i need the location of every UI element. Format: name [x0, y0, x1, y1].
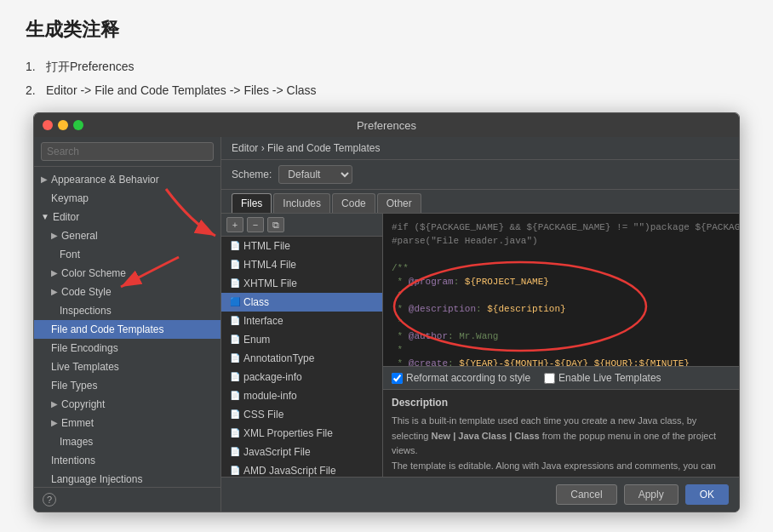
file-item-html4[interactable]: 📄 HTML4 File [221, 255, 382, 274]
step-2: Editor -> File and Code Templates -> Fil… [26, 83, 747, 97]
editor-desc-panel: #if (${PACKAGE_NAME} && ${PACKAGE_NAME} … [383, 214, 739, 477]
tab-other[interactable]: Other [377, 193, 421, 213]
file-item-amd-js[interactable]: 📄 AMD JavaScript File [221, 461, 382, 477]
close-button[interactable] [43, 120, 53, 130]
chevron-right-icon: ▶ [41, 172, 48, 187]
code-line-6: * [392, 289, 730, 302]
add-file-button[interactable]: + [226, 217, 243, 232]
java-class-icon: 🟦 [230, 295, 240, 310]
file-item-enum[interactable]: 📄 Enum [221, 330, 382, 349]
help-area: ? [34, 487, 220, 512]
live-templates-checkbox-label[interactable]: Enable Live Templates [544, 372, 661, 384]
reformat-checkbox-label[interactable]: Reformat according to style [392, 372, 530, 384]
sidebar-tree: ▶ Appearance & Behavior Keymap ▼ Editor … [34, 167, 220, 487]
tab-includes[interactable]: Includes [273, 193, 330, 213]
code-line-1: #if (${PACKAGE_NAME} && ${PACKAGE_NAME} … [392, 220, 730, 234]
file-icon: 📄 [230, 276, 240, 291]
dialog-body: ▶ Appearance & Behavior Keymap ▼ Editor … [34, 137, 739, 512]
live-templates-checkbox[interactable] [544, 373, 555, 384]
sidebar-item-live-templates[interactable]: Live Templates [34, 358, 220, 376]
file-item-interface[interactable]: 📄 Interface [221, 312, 382, 330]
file-item-package-info[interactable]: 📄 package-info [221, 368, 382, 386]
sidebar-item-editor[interactable]: ▼ Editor [34, 208, 220, 226]
description-title: Description [392, 397, 730, 409]
chevron-right-icon: ▶ [51, 415, 58, 431]
sidebar-item-copyright[interactable]: ▶ Copyright [34, 395, 220, 414]
step-1: 打开Preferences [26, 60, 747, 75]
ok-button[interactable]: OK [685, 484, 729, 505]
file-item-html[interactable]: 📄 HTML File [221, 237, 382, 255]
sidebar-item-file-code-templates[interactable]: File and Code Templates [34, 320, 220, 339]
reformat-row: Reformat according to style Enable Live … [383, 367, 739, 390]
page-title: 生成类注释 [26, 17, 747, 43]
content-split: + − ⧉ 📄 HTML File 📄 HTML4 File [221, 214, 739, 477]
cancel-button[interactable]: Cancel [556, 484, 616, 505]
sidebar-item-inspections[interactable]: Inspections [34, 301, 220, 320]
description-text: This is a built-in template used each ti… [392, 414, 730, 477]
file-item-xml-props[interactable]: 📄 XML Properties File [221, 424, 382, 443]
file-item-annotation[interactable]: 📄 AnnotationType [221, 349, 382, 368]
file-icon: 📄 [230, 257, 240, 272]
code-line-11: * @create: ${YEAR}-${MONTH}-${DAY} ${HOU… [392, 357, 730, 367]
sidebar-item-file-types[interactable]: File Types [34, 376, 220, 395]
tab-files[interactable]: Files [232, 193, 272, 213]
preferences-dialog: Preferences ▶ Appearance & Behavior Keym… [33, 112, 740, 512]
code-line-9: * @author: Mr.Wang [392, 329, 730, 343]
file-item-js[interactable]: 📄 JavaScript File [221, 443, 382, 461]
sidebar-item-intentions[interactable]: Intentions [34, 451, 220, 470]
scheme-row: Scheme: Default [221, 160, 739, 190]
copy-file-button[interactable]: ⧉ [267, 217, 284, 232]
file-icon: 📄 [230, 463, 240, 477]
file-item-xhtml[interactable]: 📄 XHTML File [221, 274, 382, 293]
sidebar-item-file-encodings[interactable]: File Encodings [34, 339, 220, 358]
sidebar-item-code-style[interactable]: ▶ Code Style [34, 283, 220, 301]
dialog-footer: Cancel Apply OK [221, 477, 739, 512]
sidebar-item-font[interactable]: Font [34, 245, 220, 264]
step-list: 打开Preferences Editor -> File and Code Te… [26, 60, 747, 97]
file-icon: 📄 [230, 351, 240, 366]
file-item-module-info[interactable]: 📄 module-info [221, 386, 382, 405]
apply-button[interactable]: Apply [624, 484, 679, 505]
code-line-2: #parse("File Header.java") [392, 234, 730, 248]
remove-file-button[interactable]: − [247, 217, 264, 232]
search-input[interactable] [41, 142, 214, 161]
chevron-right-icon: ▶ [51, 228, 58, 243]
maximize-button[interactable] [73, 120, 83, 130]
code-line-3 [392, 248, 730, 261]
minimize-button[interactable] [58, 120, 68, 130]
reformat-label: Reformat according to style [406, 372, 530, 384]
code-line-8: * [392, 316, 730, 329]
file-item-class[interactable]: 🟦 Class [221, 293, 382, 312]
file-icon: 📄 [230, 426, 240, 441]
scheme-select[interactable]: Default [278, 165, 352, 184]
breadcrumb-header: Editor › File and Code Templates [221, 137, 739, 160]
sidebar-item-appearance[interactable]: ▶ Appearance & Behavior [34, 170, 220, 189]
page-content: 生成类注释 打开Preferences Editor -> File and C… [0, 0, 773, 532]
traffic-lights [43, 120, 83, 130]
chevron-right-icon: ▶ [51, 266, 58, 281]
sidebar-item-color-scheme[interactable]: ▶ Color Scheme [34, 264, 220, 283]
main-area: Editor › File and Code Templates Scheme:… [221, 137, 739, 512]
file-item-css[interactable]: 📄 CSS File [221, 405, 382, 424]
file-icon: 📄 [230, 332, 240, 347]
scheme-label: Scheme: [232, 169, 272, 180]
sidebar: ▶ Appearance & Behavior Keymap ▼ Editor … [34, 137, 221, 512]
file-list-panel: + − ⧉ 📄 HTML File 📄 HTML4 File [221, 214, 383, 477]
description-section: Description This is a built-in template … [383, 390, 739, 477]
sidebar-item-general[interactable]: ▶ General [34, 226, 220, 245]
chevron-right-icon: ▶ [51, 284, 58, 300]
sidebar-item-keymap[interactable]: Keymap [34, 189, 220, 208]
live-templates-label: Enable Live Templates [558, 372, 661, 384]
sidebar-item-language-injections[interactable]: Language Injections [34, 470, 220, 487]
code-line-5: * @program: ${PROJECT_NAME} [392, 275, 730, 289]
code-line-10: * [392, 343, 730, 357]
file-icon: 📄 [230, 238, 240, 254]
code-editor[interactable]: #if (${PACKAGE_NAME} && ${PACKAGE_NAME} … [383, 214, 739, 367]
file-icon: 📄 [230, 313, 240, 329]
reformat-checkbox[interactable] [392, 373, 403, 384]
sidebar-item-images[interactable]: Images [34, 432, 220, 451]
breadcrumb: Editor › File and Code Templates [232, 142, 381, 154]
sidebar-item-emmet[interactable]: ▶ Emmet [34, 414, 220, 432]
help-button[interactable]: ? [43, 493, 56, 506]
tab-code[interactable]: Code [332, 193, 375, 213]
